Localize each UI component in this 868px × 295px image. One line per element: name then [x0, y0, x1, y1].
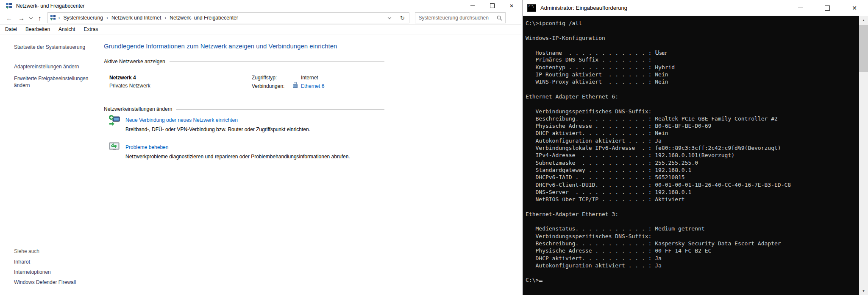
menu-bar: Datei Bearbeiten Ansicht Extras	[0, 24, 521, 34]
terminal-line: Verbindungsspezifisches DNS-Suffix:	[526, 108, 858, 115]
terminal-scrollbar: ▲ ▼	[859, 16, 868, 295]
terminal-line: Primäres DNS-Suffix . . . . . . . :	[526, 56, 858, 64]
page-title: Grundlegende Informationen zum Netzwerk …	[104, 42, 337, 50]
terminal-line: Windows-IP-Konfiguration	[526, 35, 858, 42]
terminal-line	[526, 101, 858, 108]
explorer-titlebar: Netzwerk- und Freigabecenter ✕	[0, 0, 521, 11]
desktop: Netzwerk- und Freigabecenter ✕ ← → ↑	[0, 0, 868, 295]
sidebar-item-adapter-settings[interactable]: Adaptereinstellungen ändern	[14, 64, 79, 70]
command-prompt-window: C:\ Administrator: Eingabeaufforderung ✕…	[523, 0, 868, 295]
see-also-firewall[interactable]: Windows Defender Firewall	[14, 279, 76, 285]
search-icon[interactable]	[497, 15, 502, 21]
terminal-line: Hostname . . . . . . . . . . . . : User	[526, 49, 858, 56]
terminal-line: WINS-Proxy aktiviert . . . . . . : Nein	[526, 79, 858, 86]
new-connection-description: Breitband-, DFÜ- oder VPN-Verbindung bzw…	[125, 126, 376, 133]
scrollbar-up-icon[interactable]: ▲	[859, 16, 868, 24]
connections-link[interactable]: Ethernet 6	[301, 83, 324, 89]
refresh-button[interactable]: ↻	[396, 13, 409, 23]
search-box	[415, 12, 506, 23]
terminal-line: Knotentyp . . . . . . . . . . . . : Hybr…	[526, 64, 858, 71]
network-sharing-center-window: Netzwerk- und Freigabecenter ✕ ← → ↑	[0, 0, 521, 295]
terminal-line: Beschreibung. . . . . . . . . . . : Kasp…	[526, 240, 858, 247]
connections-label: Verbindungen:	[252, 83, 284, 89]
troubleshoot-link[interactable]: Probleme beheben	[125, 144, 168, 150]
address-bar-right: ↻	[388, 13, 409, 23]
terminal-line: IP-Routing aktiviert . . . . . . : Nein	[526, 71, 858, 79]
sidebar-item-sharing-settings[interactable]: Erweiterte Freigabeeinstellungen ändern	[14, 75, 92, 89]
up-button[interactable]: ↑	[38, 15, 42, 21]
network-settings-label: Netzwerkeinstellungen ändern	[104, 106, 172, 112]
terminal-line: Ethernet-Adapter Ethernet 3:	[526, 211, 858, 218]
close-button[interactable]: ✕	[502, 0, 521, 11]
scrollbar-thumb[interactable]	[859, 25, 868, 72]
search-input[interactable]	[415, 15, 497, 21]
terminal-window-controls: ✕	[787, 0, 868, 16]
maximize-button[interactable]	[814, 0, 841, 16]
terminal-title: Administrator: Eingabeaufforderung	[540, 5, 627, 11]
explorer-window-controls: ✕	[463, 0, 521, 11]
breadcrumb-item[interactable]: Netzwerk und Internet	[111, 15, 161, 21]
maximize-icon	[490, 3, 495, 8]
menu-extras[interactable]: Extras	[82, 25, 100, 33]
access-type-label: Zugriffstyp:	[252, 75, 277, 81]
terminal-line: Autokonfiguration aktiviert . . . : Ja	[526, 138, 858, 145]
terminal-line: Ethernet-Adapter Ethernet 6:	[526, 93, 858, 101]
close-icon: ✕	[852, 5, 857, 11]
network-settings-section: Netzwerkeinstellungen ändern	[104, 106, 384, 112]
breadcrumb: ›Systemsteuerung›Netzwerk und Internet›N…	[56, 15, 239, 21]
terminal-line: Autokonfiguration aktiviert . . . : Ja	[526, 262, 858, 270]
terminal-line: DHCP aktiviert. . . . . . . . . . : Ja	[526, 255, 858, 262]
see-also-infrared[interactable]: Infrarot	[14, 259, 30, 265]
address-dropdown-icon[interactable]	[387, 16, 391, 19]
menu-ansicht[interactable]: Ansicht	[57, 25, 77, 33]
address-location-icon	[50, 15, 56, 21]
breadcrumb-item[interactable]: Systemsteuerung	[64, 15, 103, 21]
active-networks-label: Aktive Netzwerke anzeigen	[104, 59, 165, 65]
terminal-line: DHCP aktiviert. . . . . . . . . . : Nein	[526, 130, 858, 137]
terminal-line: C:\>	[526, 277, 858, 284]
network-divider	[243, 72, 243, 92]
terminal-line: DNS-Server . . . . . . . . . . . : 192.1…	[526, 189, 858, 196]
terminal-line: Physische Adresse . . . . . . . . : B0-6…	[526, 123, 858, 130]
cmd-icon: C:\	[527, 4, 536, 12]
menu-bearbeiten[interactable]: Bearbeiten	[24, 25, 52, 33]
window-title: Netzwerk- und Freigabecenter	[16, 3, 84, 9]
terminal-line: Beschreibung. . . . . . . . . . . : Real…	[526, 115, 858, 123]
terminal-line	[526, 203, 858, 211]
terminal-line: DHCPv6-IAID . . . . . . . . . . . : 5652…	[526, 174, 858, 181]
section-rule	[170, 62, 384, 62]
ethernet-icon	[292, 82, 298, 90]
forward-button[interactable]: →	[18, 15, 25, 21]
sidebar-item-home[interactable]: Startseite der Systemsteuerung	[14, 44, 85, 50]
terminal-line	[526, 270, 858, 277]
breadcrumb-separator-icon: ›	[58, 15, 60, 21]
breadcrumb-item[interactable]: Netzwerk- und Freigabecenter	[170, 15, 238, 21]
terminal-hostname-value: User	[655, 49, 666, 56]
maximize-button[interactable]	[482, 0, 502, 11]
breadcrumb-separator-icon: ›	[106, 15, 108, 21]
terminal-line: Physische Adresse . . . . . . . . : 00-F…	[526, 247, 858, 255]
history-chevron-icon[interactable]	[29, 15, 33, 19]
breadcrumb-separator-icon: ›	[164, 15, 166, 21]
network-center-icon	[6, 3, 12, 9]
new-connection-link[interactable]: Neue Verbindung oder neues Netzwerk einr…	[125, 117, 238, 123]
close-button[interactable]: ✕	[841, 0, 868, 16]
menu-datei[interactable]: Datei	[3, 25, 19, 33]
network-name: Netzwerk 4	[109, 75, 136, 81]
navigation-bar: ← → ↑ ›Systemsteuerung›Netzwerk und Inte…	[0, 11, 521, 25]
back-button[interactable]: ←	[6, 15, 12, 21]
terminal-line	[526, 42, 858, 49]
minimize-button[interactable]	[463, 0, 482, 11]
terminal-line	[526, 27, 858, 34]
terminal-line	[526, 86, 858, 93]
minimize-icon	[798, 8, 803, 8]
terminal-line: Medienstatus. . . . . . . . . . . : Medi…	[526, 225, 858, 233]
address-bar[interactable]: ›Systemsteuerung›Netzwerk und Internet›N…	[47, 12, 409, 23]
scrollbar-down-icon[interactable]: ▼	[859, 287, 868, 295]
see-also-internet-options[interactable]: Internetoptionen	[14, 269, 51, 275]
minimize-button[interactable]	[787, 0, 814, 16]
terminal-line: C:\>ipconfig /all	[526, 20, 858, 27]
network-type: Privates Netzwerk	[109, 83, 150, 89]
terminal-output[interactable]: C:\>ipconfig /allWindows-IP-Konfiguratio…	[523, 16, 868, 295]
see-also-header: Siehe auch	[14, 248, 39, 254]
